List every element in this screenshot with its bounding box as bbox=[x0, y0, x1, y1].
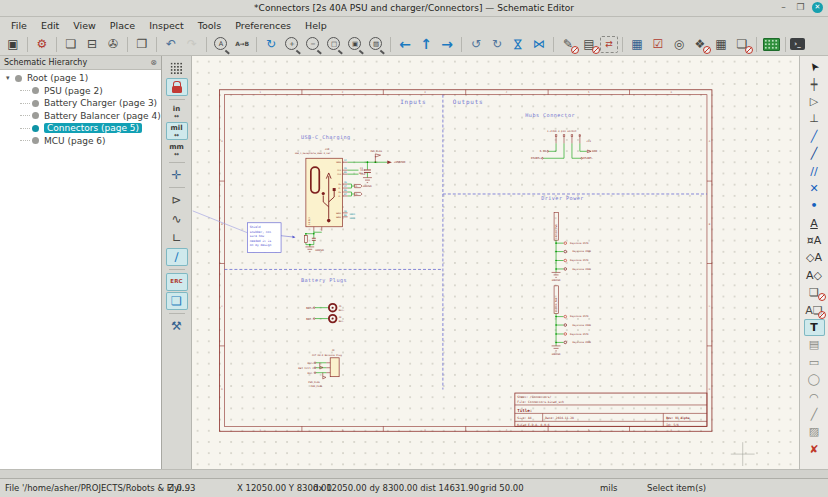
hierarchy-navigator-button[interactable]: ❏ bbox=[166, 292, 188, 310]
wire-to-bus-entry-tool[interactable]: ∕∕ bbox=[804, 162, 825, 179]
unit-inches-button[interactable]: in bbox=[166, 103, 188, 121]
mirror-horizontal-button[interactable]: ⋈ bbox=[529, 35, 549, 54]
no-connect-tool[interactable]: ✕ bbox=[804, 180, 825, 197]
toggle-grid-button[interactable] bbox=[166, 59, 188, 77]
global-label-tool[interactable]: ◇A bbox=[804, 249, 825, 266]
export-netlist-button[interactable]: ❏ bbox=[732, 35, 752, 54]
toolbar-separator bbox=[206, 37, 207, 52]
print-button[interactable]: ⊟ bbox=[82, 35, 102, 54]
nav-forward-button[interactable]: → bbox=[437, 35, 457, 54]
place-power-port-tool[interactable]: ⊥ bbox=[804, 110, 825, 127]
minimize-button[interactable]: – bbox=[778, 2, 789, 13]
symbol-fields-table-button[interactable]: ▦ bbox=[627, 35, 647, 54]
bom-button[interactable]: ▦ bbox=[711, 35, 731, 54]
schematic-note[interactable]: Shield snubber, not sure how needed it i… bbox=[193, 211, 296, 253]
sidebar-item-psu[interactable]: PSU (page 2) bbox=[0, 85, 161, 98]
unit-mils-button[interactable]: mil bbox=[166, 122, 188, 140]
hv-wire-button[interactable]: ∟ bbox=[166, 229, 188, 247]
text-tool[interactable]: T bbox=[804, 319, 825, 336]
usb-receptacle-symbol[interactable]: J10 USB_C_Receptacle_USB2.0_16P A4 A5 B5 bbox=[295, 148, 348, 231]
draw-wire-tool[interactable]: ╱ bbox=[804, 128, 825, 145]
run-erc-button[interactable]: ▤ bbox=[579, 35, 599, 54]
rotate-ccw-button[interactable]: ↺ bbox=[466, 35, 486, 54]
annotate-button[interactable]: ✎ bbox=[558, 35, 578, 54]
place-symbol-tool[interactable]: ▷ bbox=[804, 93, 825, 110]
sidebar-item-root[interactable]: ▾Root (page 1) bbox=[0, 72, 161, 85]
menu-view[interactable]: View bbox=[66, 20, 103, 31]
junction-tool[interactable]: • bbox=[804, 197, 825, 214]
menu-preferences[interactable]: Preferences bbox=[228, 20, 298, 31]
import-sheet-pin-tool[interactable]: A❏ bbox=[804, 301, 825, 318]
zoom-in-button[interactable]: + bbox=[282, 35, 302, 54]
properties-panel-button[interactable]: ⚒ bbox=[166, 317, 188, 335]
mirror-vertical-button[interactable]: ⋈ bbox=[509, 34, 528, 54]
close-button[interactable]: ✕ bbox=[812, 2, 823, 13]
driver-power-group-2[interactable] bbox=[552, 286, 592, 356]
paste-button[interactable]: ❐ bbox=[132, 35, 152, 54]
panel-close-icon[interactable]: ⊗ bbox=[150, 58, 157, 67]
redo-button[interactable]: ↷ bbox=[182, 35, 202, 54]
rotate-cw-button[interactable]: ↻ bbox=[487, 35, 507, 54]
save-button[interactable]: ▣ bbox=[3, 35, 23, 54]
net-class-directive-tool[interactable]: ¤A bbox=[804, 232, 825, 249]
schematic-canvas[interactable]: 112233445566AABBCCDD Inputs Outputs USB-… bbox=[192, 56, 799, 469]
hierarchical-label-tool[interactable]: A◇ bbox=[804, 267, 825, 284]
unit-mm-button[interactable]: mm bbox=[166, 141, 188, 159]
sidebar-item-battery-charger[interactable]: Battery Charger (page 3) bbox=[0, 97, 161, 110]
page-settings-button[interactable]: ❏ bbox=[61, 35, 81, 54]
sidebar-item-mcu[interactable]: MCU (page 6) bbox=[0, 135, 161, 148]
nav-up-button[interactable]: ↑ bbox=[416, 35, 436, 54]
menu-inspect[interactable]: Inspect bbox=[142, 20, 191, 31]
zoom-objects-button[interactable]: ▣ bbox=[345, 35, 365, 54]
open-pcb-editor-button[interactable] bbox=[761, 35, 781, 54]
show-erc-markers-button[interactable]: ERC bbox=[166, 273, 188, 291]
schematic-setup-button[interactable]: ⚙ bbox=[32, 35, 52, 54]
menu-help[interactable]: Help bbox=[298, 20, 334, 31]
net-label-tool[interactable]: A bbox=[804, 215, 825, 232]
circle-tool[interactable]: ◯ bbox=[804, 371, 825, 388]
battery-plugs[interactable]: BAT+ J1 Bat+ BAT- J2 Bat- J3 JST XH-3 Ba… bbox=[298, 304, 345, 388]
scripting-console-button[interactable]: ›_ bbox=[790, 38, 805, 50]
grid-overrides-button[interactable] bbox=[166, 78, 188, 96]
zone-ref: 4 bbox=[506, 91, 508, 94]
expander-icon[interactable]: ▾ bbox=[6, 74, 15, 82]
text-box-tool[interactable]: ▤ bbox=[804, 336, 825, 353]
find-replace-button[interactable]: A→B bbox=[232, 35, 252, 54]
zoom-fit-button[interactable]: □ bbox=[324, 35, 344, 54]
find-button[interactable]: A bbox=[211, 35, 231, 54]
menu-tools[interactable]: Tools bbox=[191, 20, 228, 31]
schematic-sheet[interactable]: 112233445566AABBCCDD Inputs Outputs USB-… bbox=[192, 56, 799, 469]
assign-footprints-button[interactable]: ❖ bbox=[690, 35, 710, 54]
status-hint: Select item(s) bbox=[647, 483, 706, 493]
draw-bus-tool[interactable]: ╱ bbox=[804, 145, 825, 162]
highlight-net-tool[interactable]: ┿ bbox=[804, 75, 825, 92]
zoom-selection-button[interactable]: ▨ bbox=[366, 35, 386, 54]
sidebar-item-connectors[interactable]: Connectors (page 5) bbox=[0, 122, 161, 135]
rectangle-tool[interactable]: ▭ bbox=[804, 354, 825, 371]
driver-power-group-1[interactable]: DRIVER_PWR Keystone 3570 Keystone 3580 K… bbox=[552, 212, 592, 282]
wire-45-button[interactable]: ∕ bbox=[166, 248, 188, 266]
menu-file[interactable]: File bbox=[4, 20, 34, 31]
title-block[interactable]: Sheet: /Connectors/ File: Connectors.kic… bbox=[515, 393, 707, 426]
sidebar-item-battery-balancer[interactable]: Battery Balancer (page 4) bbox=[0, 110, 161, 123]
line-tool[interactable]: ╱ bbox=[804, 406, 825, 423]
sync-symbols-button[interactable]: ⇄ bbox=[600, 36, 618, 53]
hubs-connector[interactable]: 1.27mm 4 pin socket J11 3.3V GND RS485+ … bbox=[531, 130, 597, 160]
annotation-checklist-button[interactable]: ☑ bbox=[648, 35, 668, 54]
zoom-out-button[interactable]: − bbox=[303, 35, 323, 54]
nav-back-button[interactable]: ← bbox=[395, 35, 415, 54]
menu-place[interactable]: Place bbox=[103, 20, 142, 31]
undo-button[interactable]: ↶ bbox=[161, 35, 181, 54]
plot-button[interactable]: ✇ bbox=[103, 35, 123, 54]
image-tool[interactable]: ▨ bbox=[804, 423, 825, 440]
arc-tool[interactable]: ◠ bbox=[804, 388, 825, 405]
crosshair-cursor-button[interactable]: ✛ bbox=[166, 166, 188, 184]
simulator-button[interactable]: ◎ bbox=[669, 35, 689, 54]
menu-edit[interactable]: Edit bbox=[34, 20, 66, 31]
delete-tool[interactable]: ✘ bbox=[804, 441, 825, 458]
free-angle-wire-button[interactable]: ∿ bbox=[166, 210, 188, 228]
place-sheet-tool[interactable]: ❏ bbox=[804, 284, 825, 301]
maximize-button[interactable]: ❐ bbox=[795, 2, 806, 13]
refresh-button[interactable]: ↻ bbox=[261, 35, 281, 54]
show-hidden-pins-button[interactable]: ⊳ bbox=[166, 191, 188, 209]
